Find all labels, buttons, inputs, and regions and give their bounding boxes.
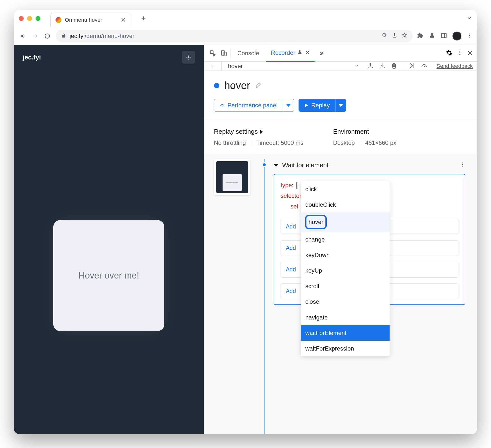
svg-marker-19 bbox=[410, 63, 413, 68]
profile-avatar[interactable] bbox=[453, 32, 461, 40]
close-window-button[interactable] bbox=[19, 16, 24, 21]
dropdown-item-hover[interactable]: hover bbox=[301, 212, 390, 231]
throttling-value: No throttling bbox=[214, 139, 246, 146]
maximize-window-button[interactable] bbox=[36, 16, 40, 21]
svg-point-18 bbox=[459, 54, 460, 55]
svg-point-11 bbox=[469, 37, 470, 37]
recording-dropdown-icon[interactable] bbox=[354, 63, 359, 69]
settings-icon[interactable] bbox=[446, 49, 453, 57]
zoom-icon[interactable] bbox=[382, 33, 387, 39]
replay-dropdown-button[interactable] bbox=[335, 99, 346, 112]
extensions-icon[interactable] bbox=[417, 32, 423, 40]
svg-line-21 bbox=[424, 66, 425, 67]
titlebar: On menu hover ✕ + bbox=[14, 10, 477, 27]
step-menu-icon[interactable] bbox=[460, 161, 465, 169]
dropdown-item-scroll[interactable]: scroll bbox=[301, 278, 390, 294]
reload-button[interactable] bbox=[43, 32, 51, 40]
step-editor[interactable]: type: selectors sel Add Add Add Add clic… bbox=[274, 174, 465, 305]
theme-toggle-button[interactable] bbox=[182, 51, 195, 64]
dropdown-item-waitforelement[interactable]: waitForElement bbox=[301, 325, 390, 341]
svg-line-22 bbox=[222, 105, 222, 106]
dropdown-item-click[interactable]: click bbox=[301, 181, 390, 197]
feedback-link[interactable]: Send feedback bbox=[436, 63, 473, 69]
recorder-toolbar: + hover Send feedback bbox=[204, 62, 477, 71]
kebab-icon[interactable] bbox=[457, 50, 463, 56]
labs-icon[interactable] bbox=[429, 32, 435, 40]
svg-rect-13 bbox=[210, 51, 213, 54]
menu-icon[interactable] bbox=[467, 33, 472, 39]
forward-button[interactable] bbox=[31, 32, 39, 40]
step-wait-for-element: Wait for element type: selectors sel Add… bbox=[261, 159, 465, 305]
dropdown-item-keydown[interactable]: keyDown bbox=[301, 247, 390, 263]
inspect-icon[interactable] bbox=[208, 49, 217, 58]
flask-icon bbox=[297, 49, 302, 56]
dropdown-item-keyup[interactable]: keyUp bbox=[301, 263, 390, 278]
delete-icon[interactable] bbox=[391, 62, 397, 70]
slow-replay-icon[interactable] bbox=[421, 62, 428, 70]
tab-console[interactable]: Console bbox=[232, 45, 264, 62]
minimize-window-button[interactable] bbox=[27, 16, 32, 21]
timeline-dot-icon bbox=[262, 162, 267, 167]
address-bar[interactable]: jec.fyi/demo/menu-hover bbox=[56, 30, 413, 42]
import-icon[interactable] bbox=[379, 62, 385, 70]
settings-section: Replay settings No throttling | Timeout:… bbox=[204, 120, 477, 154]
tab-close-icon[interactable]: ✕ bbox=[121, 16, 126, 24]
svg-line-5 bbox=[385, 36, 387, 37]
svg-marker-23 bbox=[305, 104, 308, 107]
browser-tab[interactable]: On menu hover ✕ bbox=[50, 13, 131, 27]
steps-area: Hover over me! Wait for element type: se… bbox=[204, 154, 477, 434]
dropdown-item-change[interactable]: change bbox=[301, 232, 390, 247]
step-over-icon[interactable] bbox=[408, 62, 415, 70]
dimensions-value: 461×660 px bbox=[365, 139, 396, 146]
export-icon[interactable] bbox=[367, 62, 374, 70]
recording-name[interactable]: hover bbox=[226, 63, 354, 70]
edit-icon[interactable] bbox=[255, 82, 262, 89]
replay-button[interactable]: Replay bbox=[299, 99, 335, 112]
window-controls bbox=[19, 16, 40, 21]
more-tabs-icon[interactable] bbox=[317, 49, 325, 58]
devtools-panel: Console Recorder✕ ✕ + hover bbox=[204, 45, 477, 434]
devtools-tabs: Console Recorder✕ ✕ bbox=[204, 45, 477, 62]
svg-point-16 bbox=[459, 51, 460, 52]
svg-point-17 bbox=[459, 52, 460, 53]
browser-window: On menu hover ✕ + jec.fyi/demo/menu-hove… bbox=[14, 10, 477, 434]
dropdown-item-waitforexpression[interactable]: waitForExpression bbox=[301, 341, 390, 356]
tab-title: On menu hover bbox=[65, 17, 102, 23]
svg-point-10 bbox=[469, 35, 470, 36]
svg-rect-7 bbox=[441, 33, 446, 37]
dropdown-item-navigate[interactable]: navigate bbox=[301, 310, 390, 325]
svg-point-9 bbox=[469, 33, 470, 34]
performance-panel-button[interactable]: Performance panel bbox=[214, 99, 283, 112]
share-icon[interactable] bbox=[392, 33, 397, 39]
tab-close-icon[interactable]: ✕ bbox=[305, 50, 310, 56]
dropdown-item-doubleclick[interactable]: doubleClick bbox=[301, 197, 390, 212]
close-devtools-icon[interactable]: ✕ bbox=[467, 49, 473, 57]
svg-marker-6 bbox=[402, 33, 407, 37]
dropdown-item-close[interactable]: close bbox=[301, 294, 390, 309]
site-title: jec.fyi bbox=[23, 54, 41, 61]
new-recording-button[interactable]: + bbox=[208, 62, 217, 71]
page-viewport: jec.fyi Hover over me! bbox=[14, 45, 204, 434]
type-dropdown: click doubleClick hover change keyDown k… bbox=[301, 181, 390, 356]
svg-point-24 bbox=[462, 163, 463, 164]
back-button[interactable] bbox=[19, 32, 27, 40]
url-text: jec.fyi/demo/menu-hover bbox=[70, 33, 378, 39]
hover-card[interactable]: Hover over me! bbox=[53, 220, 164, 331]
replay-settings-title[interactable]: Replay settings bbox=[214, 128, 303, 135]
sidepanel-icon[interactable] bbox=[441, 32, 447, 40]
step-header[interactable]: Wait for element bbox=[274, 159, 465, 171]
performance-dropdown-button[interactable] bbox=[283, 99, 294, 112]
tabs-dropdown-icon[interactable] bbox=[466, 15, 472, 22]
lock-icon bbox=[61, 33, 66, 39]
new-tab-button[interactable]: + bbox=[139, 14, 149, 23]
recording-actions: Performance panel Replay bbox=[204, 99, 477, 120]
device-value: Desktop bbox=[333, 139, 355, 146]
timeout-value: Timeout: 5000 ms bbox=[256, 139, 303, 146]
device-icon[interactable] bbox=[219, 49, 228, 58]
bookmark-icon[interactable] bbox=[402, 33, 407, 39]
recording-header: hover bbox=[204, 71, 477, 99]
environment-title: Environment bbox=[333, 128, 396, 135]
tab-recorder[interactable]: Recorder✕ bbox=[266, 45, 315, 62]
svg-point-12 bbox=[188, 56, 189, 58]
step-thumbnail[interactable]: Hover over me! bbox=[214, 159, 250, 195]
